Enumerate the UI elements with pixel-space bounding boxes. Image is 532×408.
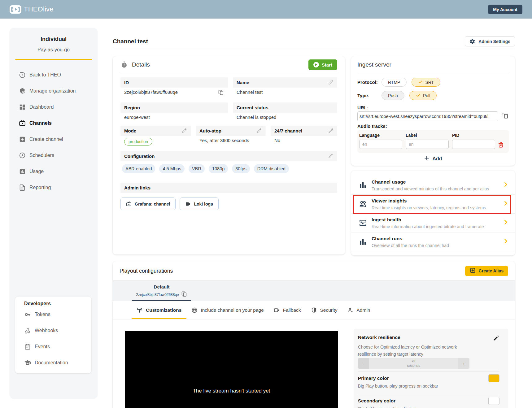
network-resilience-desc: Choose for Optimized latency or Optimize… bbox=[358, 344, 468, 358]
add-track-button[interactable]: Add bbox=[424, 155, 442, 162]
edit-network-resilience-icon[interactable] bbox=[493, 335, 499, 342]
mode-label: Mode bbox=[120, 126, 191, 136]
developers-title: Developers bbox=[15, 301, 91, 306]
tab-fallback[interactable]: Fallback bbox=[269, 301, 306, 319]
latency-increase-button[interactable]: + bbox=[458, 358, 469, 369]
protocol-srt-button[interactable]: SRT bbox=[412, 78, 440, 87]
calendar-icon bbox=[24, 343, 31, 350]
admin-shield-icon bbox=[19, 88, 26, 94]
sidebar-item-back-to-theo[interactable]: Back to THEO bbox=[10, 67, 98, 83]
channel247-label: 24/7 channel bbox=[271, 126, 337, 136]
status-value: Channel is stopped bbox=[233, 113, 337, 126]
quick-link-title: Ingest health bbox=[372, 217, 484, 223]
quick-link-channel-usage[interactable]: Channel usageTranscoded and viewed minut… bbox=[351, 176, 515, 195]
language-input[interactable] bbox=[359, 140, 402, 149]
sidebar-item-usage[interactable]: Usage bbox=[10, 163, 98, 180]
latency-decrease-button[interactable]: - bbox=[358, 358, 369, 369]
primary-color-swatch[interactable] bbox=[488, 374, 499, 382]
sidebar-item-manage-organization[interactable]: Manage organization bbox=[10, 83, 98, 99]
alias-tabs-strip: Default 2zejcol8bjtt87faw0ff688qe bbox=[113, 280, 515, 301]
details-card: Details Start ID Name 2zejcol8bjtt87faw0… bbox=[113, 56, 345, 254]
secondary-color-swatch[interactable] bbox=[488, 397, 499, 405]
tab-admin[interactable]: Admin bbox=[342, 301, 375, 319]
sidebar-item-label: Create channel bbox=[29, 137, 63, 142]
label-input[interactable] bbox=[406, 140, 449, 149]
edit-configuration-icon[interactable] bbox=[328, 153, 334, 159]
primary-color-title: Primary color bbox=[358, 375, 389, 381]
customization-settings-panel: Network resilience Choose for Optimized … bbox=[354, 329, 508, 408]
type-label: Type: bbox=[357, 93, 382, 98]
person-gear-icon bbox=[347, 307, 354, 313]
my-account-button[interactable]: My Account bbox=[488, 5, 522, 14]
quick-link-viewer-insights[interactable]: Viewer insightsReal-time insights on vie… bbox=[351, 195, 515, 214]
channel247-value: No bbox=[271, 136, 337, 151]
sidebar-item-create-channel[interactable]: Create channel bbox=[10, 131, 98, 147]
sidebar-item-label: Back to THEO bbox=[29, 72, 61, 78]
developers-item-documentation[interactable]: Documentation bbox=[15, 355, 91, 371]
create-alias-button[interactable]: Create Alias bbox=[465, 266, 508, 276]
sidebar-item-dashboard[interactable]: Dashboard bbox=[10, 99, 98, 115]
copy-id-icon[interactable] bbox=[218, 89, 224, 97]
ingest-title: Ingest server bbox=[357, 56, 509, 73]
edit-autostop-icon[interactable] bbox=[257, 128, 262, 134]
alias-name: Default bbox=[154, 284, 170, 289]
gear-icon bbox=[469, 38, 475, 44]
chevron-right-icon bbox=[503, 200, 509, 208]
tab-include-channel-on-your-page[interactable]: Include channel on your page bbox=[186, 301, 268, 319]
topbar: THEOlive My Account bbox=[0, 0, 532, 19]
id-label: ID bbox=[120, 77, 228, 88]
edit-name-icon[interactable] bbox=[328, 80, 334, 86]
video-player[interactable]: The live stream hasn't started yet bbox=[125, 331, 338, 408]
sidebar-nav: Back to THEOManage organizationDashboard… bbox=[10, 67, 98, 196]
configuration-label: Configuration bbox=[120, 151, 337, 161]
paint-roller-icon bbox=[137, 307, 143, 313]
developers-item-events[interactable]: Events bbox=[15, 339, 91, 355]
admin-links-label: Admin links bbox=[120, 183, 337, 193]
grafana-channel-button[interactable]: Grafana: channel bbox=[120, 197, 176, 210]
protocol-rtmp-button[interactable]: RTMP bbox=[382, 78, 407, 87]
playout-card: Playout configurations Create Alias Defa… bbox=[113, 261, 515, 408]
chevron-right-icon bbox=[503, 238, 509, 245]
developers-item-webhooks[interactable]: Webhooks bbox=[15, 323, 91, 339]
developers-item-label: Tokens bbox=[35, 312, 50, 317]
play-icon bbox=[313, 62, 319, 67]
sidebar-item-label: Manage organization bbox=[29, 88, 76, 94]
admin-settings-button[interactable]: Admin Settings bbox=[465, 36, 515, 46]
id-value: 2zejcol8bjtt87faw0ff688qe bbox=[120, 88, 228, 102]
tab-label: Include channel on your page bbox=[201, 307, 264, 313]
config-chip: VBR bbox=[189, 164, 205, 173]
tab-customizations[interactable]: Customizations bbox=[132, 301, 186, 319]
region-value: europe-west bbox=[120, 113, 228, 126]
alias-tab-default[interactable]: Default 2zejcol8bjtt87faw0ff688qe bbox=[132, 281, 191, 301]
latency-value: <1 seconds bbox=[369, 358, 458, 369]
name-label: Name bbox=[233, 77, 337, 88]
live-tv-icon bbox=[19, 120, 26, 127]
clock-icon bbox=[19, 152, 26, 159]
pid-input[interactable] bbox=[452, 140, 495, 149]
quick-link-ingest-health[interactable]: Ingest healthReal-time information about… bbox=[351, 214, 515, 232]
edit-mode-icon[interactable] bbox=[182, 128, 187, 134]
tab-security[interactable]: Security bbox=[306, 301, 342, 319]
sidebar-item-reporting[interactable]: Reporting bbox=[10, 180, 98, 196]
check-icon bbox=[418, 80, 423, 85]
start-button[interactable]: Start bbox=[308, 59, 337, 70]
tab-label: Fallback bbox=[283, 307, 301, 313]
edit-247-icon[interactable] bbox=[328, 128, 334, 134]
admin-settings-label: Admin Settings bbox=[478, 39, 510, 44]
sidebar: Individual Pay-as-you-go Back to THEOMan… bbox=[10, 28, 98, 398]
sidebar-item-channels[interactable]: Channels bbox=[10, 115, 98, 131]
org-underline bbox=[15, 59, 92, 60]
loki-logs-button[interactable]: Loki logs bbox=[180, 197, 218, 210]
type-pull-button[interactable]: Pull bbox=[409, 91, 437, 100]
copy-url-icon[interactable] bbox=[502, 112, 509, 120]
quick-link-channel-runs[interactable]: Channel runsOverview of all the runs the… bbox=[351, 232, 515, 251]
ingest-url-input[interactable] bbox=[357, 111, 498, 121]
page-title: Channel test bbox=[113, 38, 148, 45]
sidebar-item-schedulers[interactable]: Schedulers bbox=[10, 147, 98, 163]
type-push-button[interactable]: Push bbox=[382, 91, 404, 100]
delete-track-icon[interactable] bbox=[498, 141, 504, 149]
autostop-label: Auto-stop bbox=[196, 126, 266, 136]
copy-alias-id-icon[interactable] bbox=[181, 291, 187, 298]
developers-item-tokens[interactable]: Tokens bbox=[15, 306, 91, 323]
monitor-heart-icon bbox=[359, 219, 367, 227]
